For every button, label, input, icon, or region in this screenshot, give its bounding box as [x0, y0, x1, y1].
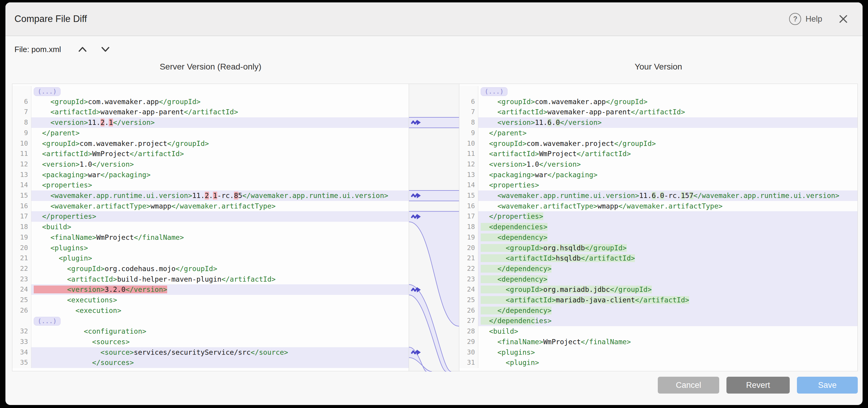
code-line: 24 <version>3.2.0</version>	[12, 284, 409, 295]
code-line: 16 <wavemaker.artifactType>wmapp</wavema…	[459, 201, 858, 211]
help-button[interactable]: ? Help	[789, 13, 822, 25]
code-text: <wavemaker.artifactType>wmapp</wavemaker…	[478, 201, 858, 211]
code-text: </parent>	[31, 128, 409, 138]
line-number: 9	[459, 128, 478, 138]
line-number: 35	[12, 358, 31, 368]
code-text: <groupId>org.codehaus.mojo</groupId>	[31, 264, 409, 274]
code-line: 16 <wavemaker.artifactType>wmapp</wavema…	[12, 201, 409, 211]
code-line: 19 <dependency>	[459, 232, 858, 243]
collapsed-region-pill[interactable]: (...)	[34, 87, 61, 96]
code-line: 35 </sources>	[12, 358, 409, 368]
line-number: 31	[459, 358, 478, 368]
code-line: 8 <version>11.6.0</version>	[459, 117, 858, 128]
code-line: 6 <groupId>com.wavemaker.app</groupId>	[12, 97, 409, 107]
line-number: 16	[12, 201, 31, 211]
line-number: 18	[12, 222, 31, 232]
line-number: 19	[459, 232, 478, 243]
line-number: 25	[459, 295, 478, 305]
code-text: </dependencies>	[478, 316, 858, 326]
line-number: 25	[12, 295, 31, 305]
code-line: 27 </dependencies>	[459, 316, 858, 326]
code-line: 26 <execution>	[12, 305, 409, 316]
line-number: 24	[459, 284, 478, 295]
line-number: 16	[459, 201, 478, 211]
code-text: <plugins>	[478, 347, 858, 358]
code-line: 26 </dependency>	[459, 305, 858, 316]
server-version-pane[interactable]: (...)6 <groupId>com.wavemaker.app</group…	[12, 83, 409, 371]
line-number: 8	[12, 117, 31, 128]
change-marker-icon[interactable]	[411, 213, 421, 220]
code-line: 15 <wavemaker.app.runtime.ui.version>11.…	[12, 191, 409, 201]
line-number: 32	[12, 326, 31, 337]
line-number: 12	[459, 159, 478, 170]
code-line: 18 <build>	[12, 222, 409, 232]
code-text: (...)	[478, 86, 858, 97]
line-number: 23	[12, 274, 31, 285]
dialog-header: Compare File Diff ? Help	[5, 2, 863, 36]
line-number: 19	[12, 232, 31, 243]
line-number: 17	[12, 211, 31, 222]
line-number: 27	[459, 316, 478, 326]
code-line: 24 <groupId>org.mariadb.jdbc</groupId>	[459, 284, 858, 295]
revert-button[interactable]: Revert	[726, 377, 790, 394]
line-number: 21	[12, 253, 31, 264]
line-number: 15	[459, 191, 478, 201]
code-line: 10 <groupId>com.wavemaker.project</group…	[12, 138, 409, 149]
code-text: <wavemaker.app.runtime.ui.version>11.2.1…	[31, 191, 409, 201]
collapsed-region-pill[interactable]: (...)	[481, 87, 507, 96]
line-number: 28	[459, 326, 478, 337]
line-number	[459, 86, 478, 97]
code-line: 23 <dependency>	[459, 274, 858, 285]
line-number: 9	[12, 128, 31, 138]
code-line: 19 <finalName>WmProject</finalName>	[12, 232, 409, 243]
code-line: 22 </dependency>	[459, 264, 858, 274]
your-version-pane[interactable]: (...)6 <groupId>com.wavemaker.app</group…	[459, 83, 858, 371]
code-text: </properties>	[31, 211, 409, 222]
cancel-button[interactable]: Cancel	[658, 377, 719, 394]
code-line: 22 <groupId>org.codehaus.mojo</groupId>	[12, 264, 409, 274]
change-marker-icon[interactable]	[411, 349, 421, 356]
file-label: File: pom.xml	[14, 45, 61, 54]
collapsed-region-row: (...)	[12, 316, 409, 326]
screen-background: Compare File Diff ? Help File: pom.xml	[0, 0, 868, 408]
code-line: 8 <version>11.2.1</version>	[12, 117, 409, 128]
line-number: 13	[459, 170, 478, 180]
code-text: </sources>	[31, 358, 409, 368]
change-marker-icon[interactable]	[411, 286, 421, 293]
save-button[interactable]: Save	[797, 377, 858, 394]
code-line: 18 <dependencies>	[459, 222, 858, 232]
change-marker-icon[interactable]	[411, 192, 421, 199]
code-text: <build>	[31, 222, 409, 232]
code-line: 12 <version>1.0</version>	[12, 159, 409, 170]
line-number: 22	[459, 264, 478, 274]
code-text: <packaging>war</packaging>	[478, 170, 858, 180]
next-diff-button[interactable]	[100, 45, 111, 54]
code-text: <executions>	[31, 295, 409, 305]
close-button[interactable]	[837, 13, 849, 25]
code-text: <artifactId>build-helper-maven-plugin</a…	[31, 274, 409, 285]
line-number: 6	[12, 97, 31, 107]
code-line: 10 <groupId>com.wavemaker.project</group…	[459, 138, 858, 149]
code-text: <dependency>	[478, 232, 858, 243]
code-text: <groupId>org.mariadb.jdbc</groupId>	[478, 284, 858, 295]
line-number: 7	[12, 107, 31, 117]
diff-area: (...)6 <groupId>com.wavemaker.app</group…	[5, 83, 863, 372]
code-text: <plugin>	[478, 358, 858, 368]
prev-diff-button[interactable]	[78, 45, 88, 54]
code-line: 31 <plugin>	[459, 358, 858, 368]
code-text: <sources>	[31, 337, 409, 347]
line-number: 14	[459, 180, 478, 191]
code-line: 30 <plugins>	[459, 347, 858, 358]
code-text: </parent>	[478, 128, 858, 138]
collapsed-region-pill[interactable]: (...)	[34, 317, 61, 326]
line-number: 17	[459, 211, 478, 222]
help-label: Help	[805, 14, 822, 24]
header-actions: ? Help	[789, 13, 849, 25]
line-number: 14	[12, 180, 31, 191]
line-number: 29	[459, 337, 478, 347]
code-line: 9 </parent>	[12, 128, 409, 138]
code-text: </dependency>	[478, 305, 858, 316]
line-number: 11	[459, 149, 478, 159]
line-number: 26	[459, 305, 478, 316]
change-marker-icon[interactable]	[411, 119, 421, 126]
